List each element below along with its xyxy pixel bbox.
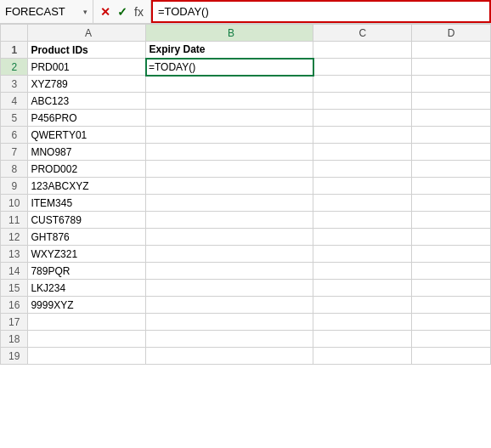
cell-b7[interactable] — [146, 144, 313, 161]
cell-b12[interactable] — [146, 229, 313, 246]
fx-icon[interactable]: fx — [133, 5, 145, 19]
cell-c3[interactable] — [313, 76, 412, 93]
cell-a9[interactable]: 123ABCXYZ — [28, 178, 146, 195]
cell-d2[interactable] — [412, 59, 491, 76]
cell-b17[interactable] — [146, 314, 313, 331]
cell-a6[interactable]: QWERTY01 — [28, 127, 146, 144]
cell-b19[interactable] — [146, 348, 313, 365]
table-row: 2PRD001=TODAY() — [1, 59, 491, 76]
cancel-formula-icon[interactable]: ✕ — [99, 5, 112, 19]
cell-d19[interactable] — [412, 348, 491, 365]
cell-b14[interactable] — [146, 263, 313, 280]
cell-a2[interactable]: PRD001 — [28, 59, 146, 76]
cell-d10[interactable] — [412, 195, 491, 212]
table-row: 19 — [1, 348, 491, 365]
formula-input[interactable] — [151, 0, 491, 23]
cell-c4[interactable] — [313, 93, 412, 110]
cell-a1[interactable]: Product IDs — [28, 42, 146, 59]
formula-bar: FORECAST ▾ ✕ ✓ fx — [0, 0, 491, 24]
cell-a19[interactable] — [28, 348, 146, 365]
cell-d8[interactable] — [412, 161, 491, 178]
cell-d15[interactable] — [412, 280, 491, 297]
cell-c11[interactable] — [313, 212, 412, 229]
cell-d6[interactable] — [412, 127, 491, 144]
cell-d13[interactable] — [412, 246, 491, 263]
cell-b6[interactable] — [146, 127, 313, 144]
cell-a10[interactable]: ITEM345 — [28, 195, 146, 212]
cell-d17[interactable] — [412, 314, 491, 331]
cell-a18[interactable] — [28, 331, 146, 348]
cell-d9[interactable] — [412, 178, 491, 195]
cell-b1[interactable]: Expiry Date — [146, 42, 313, 59]
cell-d12[interactable] — [412, 229, 491, 246]
cell-c7[interactable] — [313, 144, 412, 161]
cell-d14[interactable] — [412, 263, 491, 280]
cell-a11[interactable]: CUST6789 — [28, 212, 146, 229]
cell-a13[interactable]: WXYZ321 — [28, 246, 146, 263]
cell-d3[interactable] — [412, 76, 491, 93]
cell-a16[interactable]: 9999XYZ — [28, 297, 146, 314]
cell-c5[interactable] — [313, 110, 412, 127]
col-header-b[interactable]: B — [146, 25, 313, 42]
col-header-c[interactable]: C — [313, 25, 412, 42]
cell-d5[interactable] — [412, 110, 491, 127]
cell-d7[interactable] — [412, 144, 491, 161]
cell-c10[interactable] — [313, 195, 412, 212]
spreadsheet: A B C D 1Product IDsExpiry Date2PRD001=T… — [0, 24, 491, 365]
col-header-d[interactable]: D — [412, 25, 491, 42]
cell-c15[interactable] — [313, 280, 412, 297]
cell-c12[interactable] — [313, 229, 412, 246]
row-number: 7 — [1, 144, 28, 161]
cell-c1[interactable] — [313, 42, 412, 59]
cell-a15[interactable]: LKJ234 — [28, 280, 146, 297]
cell-a4[interactable]: ABC123 — [28, 93, 146, 110]
cell-c14[interactable] — [313, 263, 412, 280]
col-header-a[interactable]: A — [28, 25, 146, 42]
confirm-formula-icon[interactable]: ✓ — [116, 5, 129, 19]
cell-c9[interactable] — [313, 178, 412, 195]
cell-c16[interactable] — [313, 297, 412, 314]
cell-b3[interactable] — [146, 76, 313, 93]
cell-d11[interactable] — [412, 212, 491, 229]
row-number: 13 — [1, 246, 28, 263]
cell-a8[interactable]: PROD002 — [28, 161, 146, 178]
table-row: 10ITEM345 — [1, 195, 491, 212]
cell-b11[interactable] — [146, 212, 313, 229]
cell-b2[interactable]: =TODAY() — [146, 59, 313, 76]
row-number: 16 — [1, 297, 28, 314]
cell-c18[interactable] — [313, 331, 412, 348]
cell-d1[interactable] — [412, 42, 491, 59]
name-box[interactable]: FORECAST ▾ — [0, 0, 93, 23]
cell-d18[interactable] — [412, 331, 491, 348]
cell-b5[interactable] — [146, 110, 313, 127]
cell-a14[interactable]: 789PQR — [28, 263, 146, 280]
cell-d16[interactable] — [412, 297, 491, 314]
cell-b18[interactable] — [146, 331, 313, 348]
cell-c8[interactable] — [313, 161, 412, 178]
cell-a17[interactable] — [28, 314, 146, 331]
cell-c2[interactable] — [313, 59, 412, 76]
cell-b16[interactable] — [146, 297, 313, 314]
row-number: 5 — [1, 110, 28, 127]
cell-c17[interactable] — [313, 314, 412, 331]
table-row: 9123ABCXYZ — [1, 178, 491, 195]
cell-a7[interactable]: MNO987 — [28, 144, 146, 161]
cell-c13[interactable] — [313, 246, 412, 263]
cell-b10[interactable] — [146, 195, 313, 212]
cell-b8[interactable] — [146, 161, 313, 178]
row-number: 4 — [1, 93, 28, 110]
cell-a5[interactable]: P456PRO — [28, 110, 146, 127]
cell-a3[interactable]: XYZ789 — [28, 76, 146, 93]
cell-a12[interactable]: GHT876 — [28, 229, 146, 246]
cell-d4[interactable] — [412, 93, 491, 110]
cell-b4[interactable] — [146, 93, 313, 110]
cell-b13[interactable] — [146, 246, 313, 263]
row-number: 19 — [1, 348, 28, 365]
cell-c6[interactable] — [313, 127, 412, 144]
cell-c19[interactable] — [313, 348, 412, 365]
row-number: 12 — [1, 229, 28, 246]
column-headers: A B C D — [1, 25, 491, 42]
name-box-value: FORECAST — [5, 5, 80, 18]
cell-b15[interactable] — [146, 280, 313, 297]
cell-b9[interactable] — [146, 178, 313, 195]
